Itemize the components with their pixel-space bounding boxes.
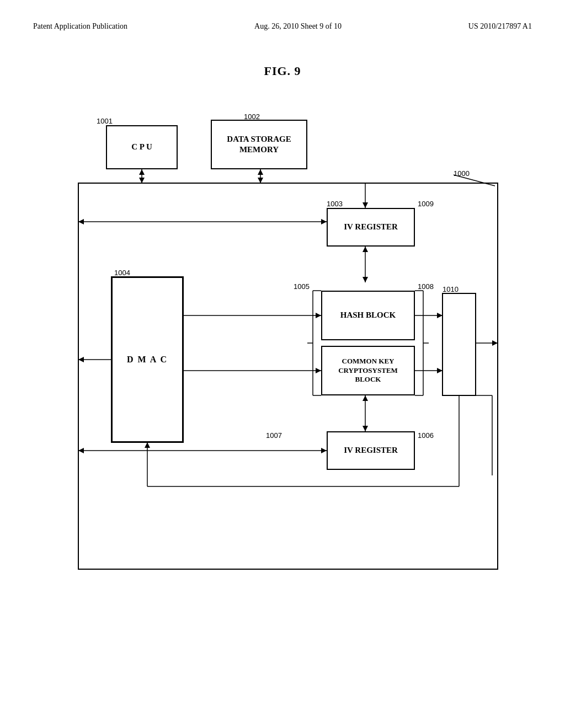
fig-title-text: FIG. 9 xyxy=(264,64,301,78)
header-right: US 2010/217897 A1 xyxy=(468,22,532,31)
patent-number-label: US 2010/217897 A1 xyxy=(468,22,532,30)
svg-marker-43 xyxy=(321,448,327,453)
ref-1010: 1010 xyxy=(443,285,459,293)
diagram: C P U 1001 DATA STORAGE MEMORY 1002 IV R… xyxy=(56,89,509,586)
ref-1008: 1008 xyxy=(418,282,434,291)
svg-marker-6 xyxy=(258,169,263,175)
svg-marker-8 xyxy=(363,202,368,208)
svg-rect-24 xyxy=(443,293,476,395)
svg-marker-23 xyxy=(437,368,443,373)
cpu-label: C P U xyxy=(131,142,152,153)
date-sheet-label: Aug. 26, 2010 Sheet 9 of 10 xyxy=(254,22,342,30)
svg-marker-21 xyxy=(437,313,443,318)
hash-block-label: HASH BLOCK xyxy=(340,310,396,321)
ref-1003: 1003 xyxy=(327,200,343,208)
ref-1000: 1000 xyxy=(454,169,470,178)
iv-register-top-label: IV REGISTER xyxy=(344,222,398,233)
data-storage-label: DATA STORAGE MEMORY xyxy=(227,134,291,156)
svg-marker-5 xyxy=(258,178,263,183)
page-header: Patent Application Publication Aug. 26, … xyxy=(0,0,565,31)
svg-marker-51 xyxy=(145,442,150,448)
common-key-box: COMMON KEY CRYPTOSYSTEM BLOCK xyxy=(321,346,415,395)
hash-block-box: HASH BLOCK xyxy=(321,291,415,340)
header-center: Aug. 26, 2010 Sheet 9 of 10 xyxy=(254,22,342,31)
common-key-label: COMMON KEY CRYPTOSYSTEM BLOCK xyxy=(338,357,398,385)
ref-1009: 1009 xyxy=(418,200,434,208)
svg-marker-11 xyxy=(78,219,84,224)
data-storage-box: DATA STORAGE MEMORY xyxy=(211,120,307,169)
svg-marker-10 xyxy=(321,219,327,224)
ref-1004: 1004 xyxy=(114,269,130,277)
svg-marker-2 xyxy=(139,178,145,183)
publication-label: Patent Application Publication xyxy=(33,22,127,30)
iv-register-bottom-label: IV REGISTER xyxy=(344,445,398,456)
svg-marker-26 xyxy=(492,340,498,346)
svg-marker-40 xyxy=(363,426,368,431)
svg-marker-41 xyxy=(363,395,368,401)
ref-1001: 1001 xyxy=(97,117,113,125)
iv-register-bottom-box: IV REGISTER xyxy=(327,431,415,470)
header-left: Patent Application Publication xyxy=(33,22,127,31)
figure-title: FIG. 9 xyxy=(0,64,565,78)
svg-marker-46 xyxy=(78,357,84,362)
ref-1006: 1006 xyxy=(418,431,434,440)
ref-1005: 1005 xyxy=(294,282,310,291)
dmac-label: D M A C xyxy=(127,354,168,366)
svg-marker-17 xyxy=(316,313,321,318)
cpu-box: C P U xyxy=(106,125,178,169)
dmac-box: D M A C xyxy=(111,277,183,442)
svg-marker-13 xyxy=(363,277,368,282)
svg-marker-3 xyxy=(139,169,145,175)
ref-1002: 1002 xyxy=(244,113,260,121)
svg-marker-19 xyxy=(316,368,321,373)
svg-marker-44 xyxy=(78,448,84,453)
svg-marker-14 xyxy=(363,247,368,252)
ref-1007: 1007 xyxy=(266,431,282,440)
iv-register-top-box: IV REGISTER xyxy=(327,208,415,247)
